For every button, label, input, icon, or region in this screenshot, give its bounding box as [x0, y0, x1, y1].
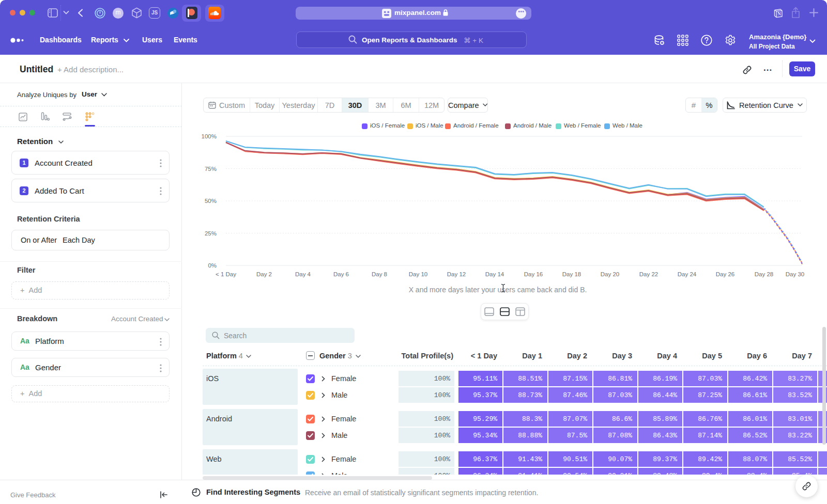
svg-text:Day 6: Day 6 [333, 271, 349, 277]
svg-text:Day 10: Day 10 [409, 271, 427, 277]
svg-text:Day 4: Day 4 [295, 271, 311, 277]
svg-text:100%: 100% [202, 133, 217, 139]
svg-text:Day 26: Day 26 [716, 271, 734, 277]
svg-text:Day 20: Day 20 [601, 271, 619, 277]
svg-text:Day 30: Day 30 [786, 271, 804, 277]
svg-text:Day 22: Day 22 [639, 271, 658, 277]
svg-text:0%: 0% [208, 262, 217, 269]
svg-text:Day 18: Day 18 [562, 271, 581, 277]
svg-text:Day 8: Day 8 [372, 271, 387, 277]
svg-text:Day 16: Day 16 [524, 271, 543, 277]
svg-text:Day 28: Day 28 [755, 271, 773, 277]
svg-text:Day 12: Day 12 [447, 271, 466, 277]
svg-text:N: N [777, 11, 781, 17]
svg-text:25%: 25% [205, 230, 217, 237]
svg-text:< 1 Day: < 1 Day [216, 271, 236, 277]
svg-text:50%: 50% [205, 198, 217, 204]
svg-text:Day 14: Day 14 [485, 271, 504, 277]
svg-text:Day 2: Day 2 [256, 271, 272, 277]
svg-text:Day 24: Day 24 [678, 271, 697, 277]
svg-text:75%: 75% [205, 166, 217, 172]
